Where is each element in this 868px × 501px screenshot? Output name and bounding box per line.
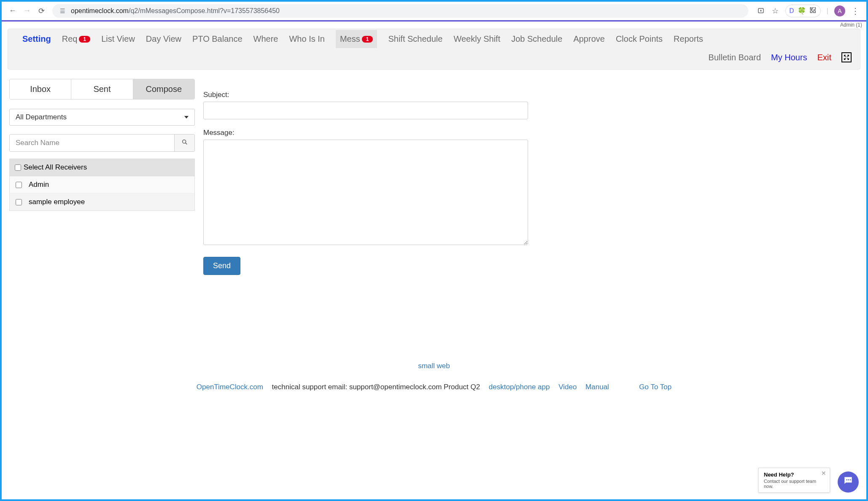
nav-item-day-view[interactable]: Day View <box>146 34 181 44</box>
nav-item-label: Job Schedule <box>511 34 562 44</box>
admin-label: Admin (1) <box>2 22 866 28</box>
extension-flower-icon: 🍀 <box>798 7 806 15</box>
fullscreen-icon[interactable] <box>841 52 852 62</box>
select-all-label: Select All Receivers <box>24 163 87 172</box>
message-label: Message: <box>203 129 528 137</box>
search-input[interactable] <box>10 135 174 151</box>
svg-point-1 <box>182 140 186 143</box>
footer-video-link[interactable]: Video <box>558 383 577 391</box>
help-subtitle: Contact our support team now. <box>764 479 818 489</box>
nav-item-setting[interactable]: Setting <box>22 34 51 44</box>
nav-item-reports[interactable]: Reports <box>674 34 703 44</box>
forward-icon[interactable]: → <box>23 7 31 15</box>
select-all-row: Select All Receivers <box>10 159 194 176</box>
subject-label: Subject: <box>203 91 528 99</box>
nav-item-where[interactable]: Where <box>253 34 278 44</box>
message-textarea[interactable] <box>203 140 528 245</box>
receiver-name: Admin <box>29 180 49 189</box>
nav-buttons: ← → ⟳ <box>8 7 46 15</box>
nav-item-label: Day View <box>146 34 181 44</box>
footer-gototop-link[interactable]: Go To Top <box>639 383 671 391</box>
back-icon[interactable]: ← <box>8 7 17 15</box>
tab-compose[interactable]: Compose <box>133 79 194 99</box>
site-info-icon[interactable]: ☰ <box>58 7 67 15</box>
nav-item-pto-balance[interactable]: PTO Balance <box>192 34 243 44</box>
star-icon[interactable]: ☆ <box>771 7 779 15</box>
nav-item-weekly-shift[interactable]: Weekly Shift <box>453 34 500 44</box>
nav-item-list-view[interactable]: List View <box>101 34 135 44</box>
url-text: opentimeclock.com/q2/mMessagesCompose.ht… <box>71 7 280 15</box>
department-select-value: All Departments <box>16 113 67 121</box>
extension-d-icon: D <box>789 7 794 15</box>
nav-item-mess[interactable]: Mess1 <box>336 30 377 48</box>
nav-item-label: Who Is In <box>289 34 324 44</box>
nav-item-label: Clock Points <box>616 34 663 44</box>
separator: | <box>827 7 828 15</box>
nav-item-label: Reports <box>674 34 703 44</box>
reload-icon[interactable]: ⟳ <box>37 7 46 15</box>
message-tabs: Inbox Sent Compose <box>9 79 195 100</box>
receiver-name: sample employee <box>29 198 85 206</box>
nav-item-label: Weekly Shift <box>453 34 500 44</box>
close-icon[interactable]: ✕ <box>821 470 826 477</box>
footer-brand-link[interactable]: OpenTimeClock.com <box>197 383 263 391</box>
receiver-checkbox[interactable] <box>16 182 22 188</box>
tab-sent[interactable]: Sent <box>71 79 133 99</box>
badge: 1 <box>79 36 90 43</box>
nav-exit[interactable]: Exit <box>817 53 831 62</box>
install-icon[interactable] <box>757 7 765 15</box>
badge: 1 <box>362 36 373 43</box>
receiver-checkbox[interactable] <box>16 199 22 205</box>
receiver-row: sample employee <box>10 194 194 210</box>
main-nav: SettingReq1List ViewDay ViewPTO BalanceW… <box>8 29 860 70</box>
tab-inbox[interactable]: Inbox <box>10 79 71 99</box>
nav-item-label: Approve <box>573 34 605 44</box>
svg-point-2 <box>846 479 847 480</box>
profile-avatar[interactable]: A <box>834 5 845 16</box>
chat-icon <box>843 475 854 489</box>
nav-item-label: Mess <box>340 34 360 44</box>
nav-item-label: List View <box>101 34 135 44</box>
footer-small-web-link[interactable]: small web <box>418 362 450 370</box>
nav-bulletin-board[interactable]: Bulletin Board <box>709 53 761 62</box>
nav-item-label: Shift Schedule <box>388 34 442 44</box>
subject-input[interactable] <box>203 102 528 119</box>
department-select[interactable]: All Departments <box>9 109 195 126</box>
chat-bubble-button[interactable] <box>838 471 859 493</box>
send-button[interactable]: Send <box>203 257 240 275</box>
nav-item-label: Where <box>253 34 278 44</box>
select-all-checkbox[interactable] <box>15 164 21 171</box>
nav-item-approve[interactable]: Approve <box>573 34 605 44</box>
svg-point-3 <box>848 479 849 480</box>
receivers-table: Select All Receivers Adminsample employe… <box>9 159 195 211</box>
menu-icon[interactable]: ⋮ <box>851 6 860 16</box>
footer-desktop-link[interactable]: desktop/phone app <box>489 383 550 391</box>
nav-item-who-is-in[interactable]: Who Is In <box>289 34 324 44</box>
nav-item-shift-schedule[interactable]: Shift Schedule <box>388 34 442 44</box>
nav-item-label: Req <box>62 34 78 44</box>
extension-puzzle-icon <box>809 6 817 16</box>
nav-item-req[interactable]: Req1 <box>62 34 90 44</box>
footer-manual-link[interactable]: Manual <box>585 383 609 391</box>
footer-support-text: technical support email: support@opentim… <box>270 383 480 391</box>
receiver-row: Admin <box>10 176 194 194</box>
footer: small web OpenTimeClock.com technical su… <box>0 362 868 391</box>
toolbar-right: ☆ D 🍀 | A ⋮ <box>757 5 860 17</box>
nav-item-label: PTO Balance <box>192 34 243 44</box>
browser-toolbar: ← → ⟳ ☰ opentimeclock.com/q2/mMessagesCo… <box>2 2 866 20</box>
chevron-down-icon <box>184 116 189 119</box>
search-group <box>9 134 195 152</box>
help-title: Need Help? <box>764 471 818 478</box>
nav-item-clock-points[interactable]: Clock Points <box>616 34 663 44</box>
search-icon <box>181 139 188 148</box>
search-button[interactable] <box>174 135 194 151</box>
extensions-box[interactable]: D 🍀 <box>785 5 821 17</box>
svg-point-4 <box>850 479 851 480</box>
url-bar[interactable]: ☰ opentimeclock.com/q2/mMessagesCompose.… <box>52 4 748 18</box>
nav-item-label: Setting <box>22 34 51 44</box>
nav-item-job-schedule[interactable]: Job Schedule <box>511 34 562 44</box>
nav-my-hours[interactable]: My Hours <box>771 53 807 62</box>
help-card: ✕ Need Help? Contact our support team no… <box>758 468 830 493</box>
